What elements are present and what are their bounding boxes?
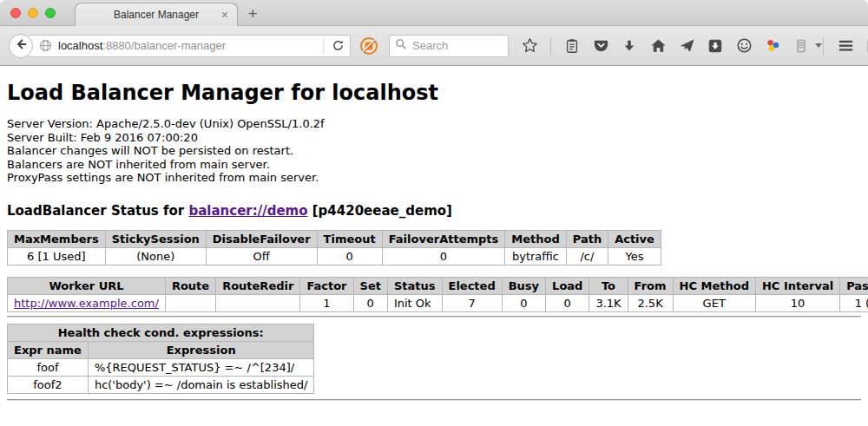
column-header: MaxMembers (8, 230, 106, 247)
flash-block-icon[interactable] (359, 36, 378, 56)
column-header: Route (165, 277, 215, 294)
cell-worker-url: http://www.example.com/ (8, 294, 166, 311)
cell-expr-name: foof (8, 358, 89, 376)
close-window-button[interactable] (10, 8, 21, 18)
balancer-table: MaxMembers StickySession DisableFailover… (7, 230, 661, 265)
zoom-window-button[interactable] (45, 8, 56, 18)
server-version-line: Server Version: Apache/2.5.0-dev (Unix) … (7, 117, 861, 131)
cell-set: 0 (353, 294, 387, 311)
divider (7, 399, 861, 401)
reading-list-icon[interactable] (563, 37, 581, 55)
cell-factor: 1 (300, 294, 353, 311)
minimize-window-button[interactable] (28, 8, 38, 18)
balancer-header-row: MaxMembers StickySession DisableFailover… (8, 230, 661, 247)
url-bar[interactable]: localhost:8880/balancer-manager (28, 35, 351, 57)
toolbar-right-group (822, 37, 868, 55)
status-heading-prefix: LoadBalancer Status for (7, 203, 188, 219)
browser-window: Balancer Manager × + localhost:8880/bala… (0, 0, 868, 426)
column-header: DisableFailover (206, 230, 317, 247)
worker-header-row: Worker URL Route RouteRedir Factor Set S… (8, 277, 868, 294)
tab-title: Balancer Manager (114, 9, 199, 21)
reload-button[interactable] (326, 39, 350, 52)
cell-hc-method: GET (673, 294, 755, 311)
column-header: Method (505, 230, 566, 247)
tab-balancer-manager[interactable]: Balancer Manager × (75, 3, 238, 26)
column-header: RouteRedir (216, 277, 300, 294)
new-tab-button[interactable]: + (248, 5, 258, 23)
battery-icon[interactable] (792, 37, 810, 55)
search-input[interactable] (411, 38, 497, 53)
server-info: Server Version: Apache/2.5.0-dev (Unix) … (7, 117, 861, 185)
search-bar[interactable] (389, 35, 509, 57)
column-header: Elected (442, 277, 502, 294)
search-icon (395, 37, 407, 54)
cell-method: bytraffic (505, 247, 566, 265)
table-row: 6 [1 Used] (None) Off 0 0 bytraffic /c/ … (8, 247, 661, 265)
cell-active: Yes (608, 247, 661, 265)
square-download-icon[interactable] (707, 37, 724, 55)
column-header: Expr name (8, 341, 89, 358)
worker-url-link[interactable]: http://www.example.com/ (14, 297, 159, 310)
bookmark-star-icon[interactable] (521, 37, 538, 55)
column-header: Passes (840, 277, 868, 294)
table-row: foof %{REQUEST_STATUS} =~ /^[234]/ (8, 358, 314, 376)
column-header: HC Method (673, 277, 755, 294)
balancer-status-heading: LoadBalancer Status for balancer://demo … (7, 203, 861, 219)
colored-dots-icon[interactable] (764, 37, 781, 55)
balancer-link[interactable]: balancer://demo (188, 203, 307, 219)
back-button[interactable] (9, 34, 33, 58)
column-header: Status (387, 277, 442, 294)
cell-path: /c/ (566, 247, 608, 265)
health-title-row: Health check cond. expressions: (8, 324, 314, 341)
page-content: Load Balancer Manager for localhost Serv… (0, 66, 868, 425)
persist-note-line: Balancer changes will NOT be persisted o… (7, 144, 861, 158)
column-header: Load (546, 277, 589, 294)
cell-expr-name: foof2 (8, 376, 89, 393)
cell-expression: hc('body') =~ /domain is established/ (88, 376, 314, 393)
column-header: Active (608, 230, 661, 247)
proxypass-note-line: ProxyPass settings are NOT inherited fro… (7, 171, 861, 185)
column-header: Path (566, 230, 608, 247)
cell-timeout: 0 (317, 247, 382, 265)
navigation-toolbar: localhost:8880/balancer-manager (0, 26, 868, 66)
download-icon[interactable] (621, 37, 638, 55)
toolbar-icons (521, 37, 822, 55)
cell-expression: %{REQUEST_STATUS} =~ /^[234]/ (88, 358, 314, 376)
smiley-icon[interactable] (735, 37, 753, 55)
cell-from: 2.5K (628, 294, 673, 311)
divider (7, 316, 861, 318)
cell-busy: 0 (502, 294, 545, 311)
tab-close-icon[interactable]: × (221, 7, 228, 23)
health-table-title: Health check cond. expressions: (8, 324, 314, 341)
cell-passes: 1 (0) (840, 294, 868, 311)
column-header: From (628, 277, 673, 294)
toolbar-separator (550, 37, 551, 55)
url-divider (323, 38, 324, 54)
send-icon[interactable] (678, 37, 695, 55)
url-text[interactable]: localhost:8880/balancer-manager (58, 39, 321, 52)
worker-table: Worker URL Route RouteRedir Factor Set S… (7, 277, 868, 312)
column-header: Worker URL (8, 277, 166, 294)
cell-to: 3.1K (589, 294, 628, 311)
column-header: Timeout (317, 230, 382, 247)
home-icon[interactable] (649, 37, 667, 55)
column-header: Set (353, 277, 387, 294)
column-header: FailoverAttempts (382, 230, 505, 247)
table-row: foof2 hc('body') =~ /domain is establish… (8, 376, 314, 393)
column-header: HC Interval (755, 277, 839, 294)
titlebar: Balancer Manager × + (0, 0, 868, 26)
cell-stickysession: (None) (105, 247, 206, 265)
menu-icon[interactable] (837, 37, 854, 55)
status-heading-suffix: [p4420eeae_demo] (308, 203, 452, 219)
cell-load: 0 (546, 294, 589, 311)
column-header: Factor (300, 277, 353, 294)
pocket-icon[interactable] (592, 37, 609, 55)
cell-failoverattempts: 0 (382, 247, 505, 265)
dropdown-caret-icon[interactable] (815, 43, 822, 48)
toolbar-separator (823, 37, 824, 55)
health-header-row: Expr name Expression (8, 341, 314, 358)
back-arrow-icon (14, 37, 28, 55)
column-header: To (589, 277, 628, 294)
cell-elected: 7 (442, 294, 502, 311)
site-identity-globe-icon[interactable] (39, 39, 52, 52)
